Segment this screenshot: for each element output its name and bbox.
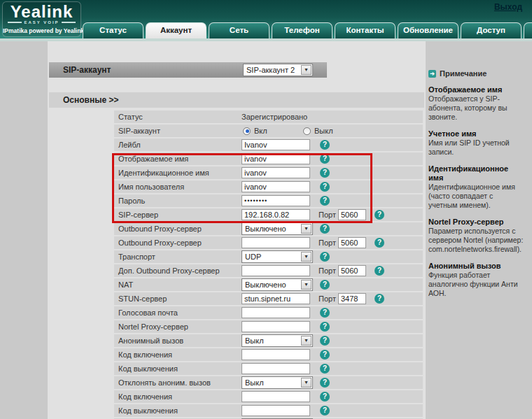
sip-account-select[interactable]: SIP-аккаунт 2 ▼ (243, 64, 313, 76)
outbound-proxy-server-input[interactable] (241, 237, 310, 248)
select-value: Выкл (242, 336, 301, 345)
tab-phone[interactable]: Телефон (272, 22, 332, 38)
field-label: Лейбл (118, 139, 141, 151)
select-value: Выключено (242, 280, 301, 289)
header: Yealink EASY VOIP IPmatika powered by Ye… (0, 0, 532, 38)
tab-security[interactable]: Доступ (461, 22, 522, 38)
port-label: Порт (318, 264, 336, 277)
note-title: Анонимный вызов (428, 262, 524, 271)
register-name-input[interactable] (241, 167, 310, 178)
radio-option-off[interactable]: Выкл (303, 125, 333, 137)
help-icon[interactable]: ? (320, 280, 330, 290)
anonymous-on-code-input[interactable] (241, 349, 310, 360)
form-row-anonymous-off-code: Код выключения? (114, 362, 423, 375)
form-rows: СтатусЗарегистрированоSIP-аккаунтВклВыкл… (114, 111, 423, 419)
help-icon[interactable]: ? (374, 210, 384, 220)
chevron-down-icon[interactable]: ▼ (301, 280, 312, 290)
anonymous-call-select[interactable]: Выкл▼ (241, 334, 313, 347)
voice-mail-input[interactable] (241, 307, 310, 318)
field-label: Пароль (118, 194, 145, 207)
reject-on-code-input[interactable] (241, 391, 310, 402)
help-icon[interactable]: ? (320, 224, 330, 234)
sip-account-bar-label: SIP-аккаунт (63, 62, 111, 78)
help-icon[interactable]: ? (320, 364, 330, 374)
help-icon[interactable]: ? (374, 238, 384, 248)
note-title: Отображаемое имя (428, 85, 524, 94)
radio-option-on[interactable]: Вкл (243, 125, 267, 137)
tab-contacts[interactable]: Контакты (335, 22, 396, 38)
anonymous-off-code-input[interactable] (241, 363, 310, 374)
stun-server-port-input[interactable] (338, 293, 366, 304)
logo: Yealink EASY VOIP IPmatika powered by Ye… (2, 1, 81, 37)
help-icon[interactable]: ? (320, 322, 330, 332)
help-icon[interactable]: ? (320, 378, 330, 388)
help-icon[interactable]: ? (320, 406, 330, 416)
display-name-input[interactable] (241, 153, 310, 164)
note-body: Отображается у SIP-абонента, которому вы… (428, 94, 524, 122)
field-label: STUN-сервер (118, 292, 167, 305)
nortel-proxy-server-input[interactable] (241, 321, 310, 332)
help-icon[interactable]: ? (374, 294, 384, 304)
radio-circle[interactable] (243, 127, 251, 135)
outbound-proxy-enable-select[interactable]: Выключено▼ (241, 222, 313, 235)
sip-account-bar: SIP-аккаунт SIP-аккаунт 2 ▼ (49, 62, 327, 78)
form-row-sip-account-enable: SIP-аккаунтВклВыкл (114, 125, 423, 137)
backup-outbound-proxy-port-input[interactable] (338, 265, 366, 276)
help-icon[interactable]: ? (320, 154, 330, 164)
stun-server-input[interactable] (241, 293, 310, 304)
select-value: Выкл (242, 378, 301, 387)
help-icon[interactable]: ? (374, 266, 384, 276)
field-label: Идентификационное имя (118, 166, 209, 179)
chevron-down-icon[interactable]: ▼ (301, 336, 312, 346)
help-icon[interactable]: ? (320, 252, 330, 262)
form-row-nortel-proxy-server: Nortel Proxy-сервер? (114, 320, 423, 333)
help-icon[interactable]: ? (320, 392, 330, 402)
form-row-voice-mail: Голосовая почта? (114, 306, 423, 319)
chevron-down-icon[interactable]: ▼ (301, 378, 312, 388)
tab-extra-partial[interactable] (524, 22, 532, 38)
form-row-user-name: Имя пользователя? (114, 180, 423, 193)
form-row-outbound-proxy-server: Outbound Proxy-серверПорт? (114, 236, 423, 249)
page: Yealink EASY VOIP IPmatika powered by Ye… (0, 0, 532, 419)
help-icon[interactable]: ? (320, 196, 330, 206)
tab-network[interactable]: Сеть (209, 22, 270, 38)
help-icon[interactable]: ? (320, 140, 330, 150)
chevron-down-icon[interactable]: ▼ (301, 224, 312, 234)
port-label: Порт (318, 236, 336, 249)
form-row-nat: NATВыключено▼? (114, 278, 423, 291)
select-value: Выключено (242, 225, 301, 233)
nat-select[interactable]: Выключено▼ (241, 278, 313, 291)
powered-by-text: IPmatika powered by Yealink (3, 27, 80, 34)
chevron-down-icon[interactable]: ▼ (301, 252, 312, 262)
transport-select[interactable]: UDP▼ (241, 250, 313, 263)
tab-upgrade[interactable]: Обновление (398, 22, 458, 38)
reject-anonymous-call-select[interactable]: Выкл▼ (241, 376, 313, 389)
field-label: Имя пользователя (118, 180, 184, 193)
form-row-reject-off-code: Код выключения? (114, 404, 423, 417)
help-icon[interactable]: ? (320, 350, 330, 360)
sip-server-input[interactable] (241, 209, 310, 220)
user-name-input[interactable] (241, 181, 310, 192)
label-input[interactable] (241, 139, 310, 150)
help-icon[interactable]: ? (320, 336, 330, 346)
radio-circle[interactable] (303, 127, 311, 135)
sip-server-port-input[interactable] (338, 209, 366, 220)
field-label: Код выключения (118, 404, 178, 417)
backup-outbound-proxy-input[interactable] (241, 265, 310, 276)
logout-link[interactable]: Выход (494, 2, 522, 12)
chevron-down-icon[interactable]: ▼ (301, 65, 312, 75)
section-bar-basic[interactable]: Основные >> (49, 92, 424, 108)
form-row-stun-server: STUN-серверПорт? (114, 292, 423, 305)
help-icon[interactable]: ? (320, 182, 330, 192)
help-icon[interactable]: ? (320, 168, 330, 178)
form-row-anonymous-on-code: Код включения? (114, 348, 423, 361)
reject-off-code-input[interactable] (241, 405, 310, 416)
outbound-proxy-server-port-input[interactable] (338, 237, 366, 248)
field-label: Outbound Proxy-сервер (118, 236, 202, 249)
password-input[interactable] (241, 195, 310, 206)
help-icon[interactable]: ? (320, 308, 330, 318)
section-bar-label: Основные >> (63, 92, 118, 108)
tab-status[interactable]: Статус (83, 22, 144, 38)
tab-account[interactable]: Аккаунт (146, 22, 206, 38)
radio-label: Вкл (254, 125, 267, 137)
